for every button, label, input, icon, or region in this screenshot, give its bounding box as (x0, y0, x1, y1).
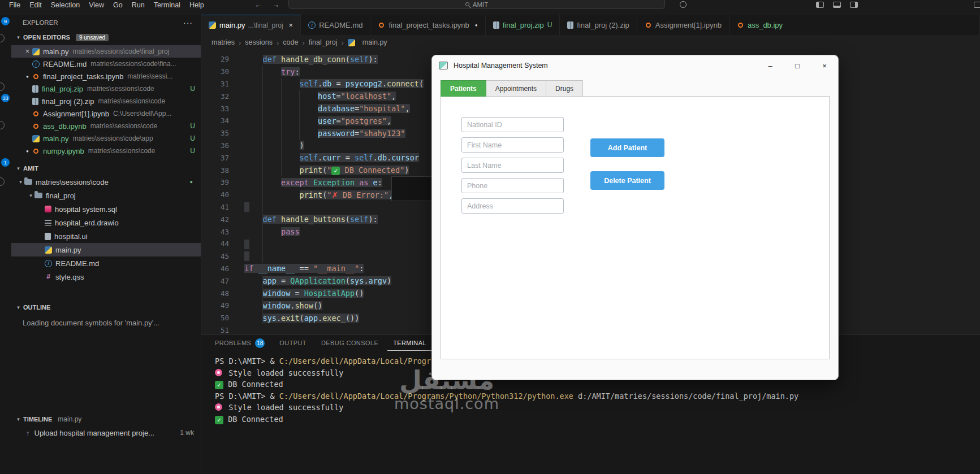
nav-history: ← → (254, 0, 279, 10)
tree-item[interactable]: ▾final_proj (11, 189, 201, 202)
activity-icon-partial[interactable] (0, 121, 5, 129)
open-editor-item[interactable]: ●numpy.ipynbmatries\sessions\codeU (11, 145, 201, 157)
selection-stub (244, 251, 249, 261)
explorer-sidebar: EXPLORER ··· ▾ OPEN EDITORS 9 unsaved ×m… (11, 15, 201, 474)
breadcrumb-item[interactable]: matries (211, 38, 235, 46)
zip-file-icon (493, 21, 499, 29)
menu-go[interactable]: Go (109, 1, 127, 9)
input-national-id[interactable] (461, 117, 564, 132)
open-editors-header[interactable]: ▾ OPEN EDITORS 9 unsaved (11, 31, 201, 44)
tree-item[interactable]: #style.qss (11, 270, 201, 284)
open-editor-item[interactable]: Assignment[1].ipynbC:\Users\dell\App... (11, 107, 201, 120)
close-icon[interactable]: × (23, 47, 32, 55)
tree-item[interactable]: hospital system.sql (11, 202, 201, 216)
tree-item[interactable]: ▾matries\sessions\code● (11, 175, 201, 189)
editor-tab[interactable]: Assignment[1].ipynb (637, 15, 729, 35)
panel-tab-problems[interactable]: PROBLEMS18 (209, 335, 270, 351)
tree-item[interactable]: hospital.ui (11, 229, 201, 243)
timeline-item-time: 1 wk (180, 429, 194, 437)
input-address[interactable] (461, 198, 564, 214)
line-number: 29 (201, 55, 244, 63)
outline-header[interactable]: ▾ OUTLINE (11, 301, 201, 314)
delete-patient-button[interactable]: Delete Patient (590, 171, 664, 190)
toggle-panel-icon[interactable] (833, 2, 841, 8)
toggle-secondary-sidebar-icon[interactable] (850, 2, 858, 8)
activity-bar[interactable]: 9331 (0, 15, 11, 474)
editor-tab[interactable]: main.py...\final_proj× (201, 15, 301, 35)
close-button[interactable]: × (811, 55, 838, 76)
toggle-sidebar-icon[interactable] (816, 2, 824, 8)
breadcrumb-item[interactable]: final_proj (309, 38, 338, 46)
nav-forward-button[interactable]: → (272, 1, 279, 9)
activity-badge: 9 (1, 17, 10, 25)
timeline-item[interactable]: ↑ Upload hospital management proje... 1 … (11, 426, 201, 440)
app-icon (439, 62, 448, 69)
editor-tab[interactable]: ass_db.ipy (729, 15, 980, 35)
hospital-tab-drugs[interactable]: Drugs (546, 80, 583, 97)
hospital-tab-appointments[interactable]: Appointments (486, 80, 546, 97)
more-actions-icon[interactable]: ··· (183, 18, 193, 27)
editor-tab[interactable]: final_project_tasks.ipynb● (370, 15, 485, 35)
input-first-name[interactable] (461, 137, 564, 153)
copilot-icon[interactable] (680, 1, 687, 8)
panel-tab-debug-console[interactable]: DEBUG CONSOLE (316, 335, 384, 351)
info-file-icon: i (308, 21, 316, 29)
editor-tab[interactable]: final_proj (2).zip (560, 15, 637, 35)
open-editor-item[interactable]: final_proj (2).zipmatries\sessions\code (11, 95, 201, 107)
editor-tab[interactable]: iREADME.md (301, 15, 370, 35)
tree-item[interactable]: iREADME.md (11, 256, 201, 270)
hospital-titlebar[interactable]: Hospital Management System –□× (432, 55, 838, 76)
open-editor-item[interactable]: main.pymatries\sessions\code\appU (11, 132, 201, 145)
add-patient-button[interactable]: Add Patient (590, 138, 664, 157)
problems-count-badge: 18 (255, 338, 265, 348)
file-name: hospital.ui (54, 232, 88, 241)
line-number: 43 (201, 228, 244, 236)
activity-icon-partial[interactable] (0, 82, 5, 91)
input-phone[interactable] (461, 178, 564, 193)
menu-help[interactable]: Help (185, 1, 209, 9)
folder-file-icon (24, 179, 32, 185)
maximize-button[interactable]: □ (784, 55, 811, 76)
menu-view[interactable]: View (84, 1, 109, 9)
tree-item[interactable]: main.py (11, 243, 201, 256)
menu-edit[interactable]: Edit (25, 1, 46, 9)
open-editor-item[interactable]: iREADME.mdmatries\sessions\code\fina... (11, 58, 201, 70)
open-editor-item[interactable]: ass_db.ipynbmatries\sessions\codeU (11, 120, 201, 132)
menu-terminal[interactable]: Terminal (149, 1, 185, 9)
indent-guide (262, 275, 263, 324)
command-center-search[interactable]: AMIT (288, 0, 665, 9)
breadcrumb-item[interactable]: main.py (362, 38, 387, 46)
flower-icon (215, 369, 222, 376)
minimize-button[interactable]: – (757, 55, 784, 76)
menu-file[interactable]: File (5, 1, 25, 9)
hospital-tab-patients[interactable]: Patients (441, 80, 486, 97)
tab-label: final_proj (2).zip (577, 21, 629, 29)
tree-item[interactable]: hospital_erd.drawio (11, 216, 201, 229)
editor-tab[interactable]: final_proj.zipU (486, 15, 560, 35)
activity-icon-partial[interactable] (0, 34, 5, 42)
menu-run[interactable]: Run (127, 1, 149, 9)
line-number: 33 (201, 105, 244, 113)
python-file-icon (45, 246, 52, 254)
customize-layout-icon[interactable] (974, 2, 980, 8)
python-file-icon (32, 48, 40, 55)
open-editor-item[interactable]: ●final_project_tasks.ipynbmatries\sessi.… (11, 70, 201, 82)
close-icon[interactable]: × (289, 21, 293, 29)
open-editors-list: ×main.pymatries\sessions\code\final_proj… (11, 44, 201, 162)
timeline-header[interactable]: ▾ TIMELINE main.py (11, 412, 201, 426)
line-number: 39 (201, 178, 244, 186)
input-last-name[interactable] (461, 158, 564, 173)
breadcrumb-item[interactable]: code (283, 38, 298, 46)
panel-tab-terminal[interactable]: TERMINAL (387, 335, 432, 351)
code-text: self.curr = self.db.cursor (244, 153, 419, 162)
panel-tab-output[interactable]: OUTPUT (274, 335, 312, 351)
menu-selection[interactable]: Selection (46, 1, 84, 9)
git-status-badge: U (190, 122, 201, 130)
workspace-header[interactable]: ▾ AMIT (11, 162, 201, 175)
open-editor-item[interactable]: ×main.pymatries\sessions\code\final_proj (11, 45, 201, 58)
activity-icon-partial[interactable] (0, 177, 5, 186)
open-editor-item[interactable]: final_proj.zipmatries\sessions\codeU (11, 82, 201, 95)
nav-back-button[interactable]: ← (254, 1, 262, 9)
breadcrumb-item[interactable]: sessions (245, 38, 273, 46)
file-path: matries\sessions\code (87, 85, 154, 93)
